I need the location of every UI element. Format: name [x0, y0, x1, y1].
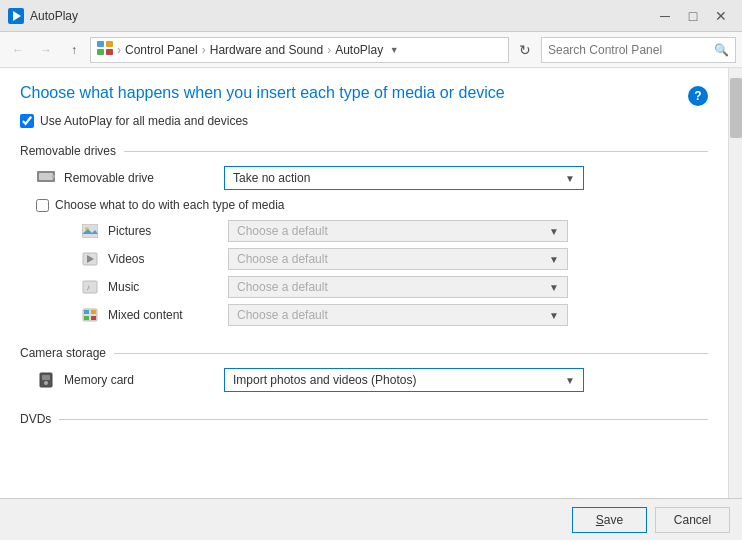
removable-drive-dropdown[interactable]: Take no action ▼ [224, 166, 584, 190]
music-dropdown-arrow: ▼ [549, 282, 559, 293]
videos-dropdown-arrow: ▼ [549, 254, 559, 265]
choose-media-label[interactable]: Choose what to do with each type of medi… [55, 198, 284, 212]
videos-dropdown[interactable]: Choose a default ▼ [228, 248, 568, 270]
memory-card-icon [36, 372, 56, 388]
svg-rect-18 [91, 310, 96, 314]
scrollbar[interactable] [728, 68, 742, 498]
search-box: 🔍 [541, 37, 736, 63]
autoplay-checkbox-row: Use AutoPlay for all media and devices [20, 114, 708, 128]
title-bar: AutoPlay ─ □ ✕ [0, 0, 742, 32]
path-separator-1: › [117, 43, 121, 57]
search-input[interactable] [548, 43, 710, 57]
mixed-content-dropdown-text: Choose a default [237, 308, 549, 322]
save-button[interactable]: Save [572, 507, 647, 533]
removable-drive-dropdown-text: Take no action [233, 171, 565, 185]
svg-rect-2 [97, 41, 104, 47]
autoplay-all-label[interactable]: Use AutoPlay for all media and devices [40, 114, 248, 128]
videos-dropdown-text: Choose a default [237, 252, 549, 266]
pictures-row: Pictures Choose a default ▼ [80, 220, 708, 242]
page-heading: Choose what happens when you insert each… [20, 84, 688, 102]
window-title: AutoPlay [30, 9, 652, 23]
mixed-content-dropdown-arrow: ▼ [549, 310, 559, 321]
forward-button[interactable]: → [34, 38, 58, 62]
videos-row: Videos Choose a default ▼ [80, 248, 708, 270]
pictures-dropdown[interactable]: Choose a default ▼ [228, 220, 568, 242]
memory-card-row: Memory card Import photos and videos (Ph… [20, 368, 708, 392]
memory-card-dropdown-arrow: ▼ [565, 375, 575, 386]
main-content: Choose what happens when you insert each… [0, 68, 742, 498]
app-icon [8, 8, 24, 24]
path-separator-2: › [202, 43, 206, 57]
removable-drive-icon [36, 170, 56, 186]
svg-rect-3 [106, 41, 113, 47]
videos-icon [80, 251, 100, 267]
dvds-title: DVDs [20, 412, 708, 426]
removable-drive-label: Removable drive [64, 171, 224, 185]
up-button[interactable]: ↑ [62, 38, 86, 62]
media-type-checkbox-row: Choose what to do with each type of medi… [20, 198, 708, 212]
mixed-content-label: Mixed content [108, 308, 228, 322]
memory-card-dropdown[interactable]: Import photos and videos (Photos) ▼ [224, 368, 584, 392]
path-autoplay[interactable]: AutoPlay [335, 43, 383, 57]
path-hardware[interactable]: Hardware and Sound [210, 43, 323, 57]
pictures-dropdown-arrow: ▼ [549, 226, 559, 237]
mixed-content-row: Mixed content Choose a default ▼ [80, 304, 708, 326]
camera-storage-section: Camera storage Memory card Import photos… [20, 346, 708, 392]
svg-text:♪: ♪ [86, 283, 90, 292]
music-row: ♪ Music Choose a default ▼ [80, 276, 708, 298]
removable-drives-title: Removable drives [20, 144, 708, 158]
svg-rect-7 [39, 173, 53, 180]
control-panel-icon [97, 41, 113, 58]
pictures-icon [80, 223, 100, 239]
maximize-button[interactable]: □ [680, 3, 706, 29]
music-dropdown-text: Choose a default [237, 280, 549, 294]
help-button[interactable]: ? [688, 86, 708, 106]
svg-rect-17 [84, 310, 89, 314]
videos-label: Videos [108, 252, 228, 266]
cancel-label: Cancel [674, 513, 711, 527]
choose-media-checkbox[interactable] [36, 199, 49, 212]
address-bar: ← → ↑ › Control Panel › Hardware and Sou… [0, 32, 742, 68]
memory-card-dropdown-text: Import photos and videos (Photos) [233, 373, 565, 387]
refresh-button[interactable]: ↻ [513, 38, 537, 62]
mixed-content-dropdown[interactable]: Choose a default ▼ [228, 304, 568, 326]
path-dropdown-button[interactable]: ▼ [387, 43, 401, 57]
music-dropdown[interactable]: Choose a default ▼ [228, 276, 568, 298]
autoplay-all-checkbox[interactable] [20, 114, 34, 128]
svg-point-23 [44, 381, 48, 385]
mixed-content-icon [80, 307, 100, 323]
address-path: › Control Panel › Hardware and Sound › A… [90, 37, 509, 63]
back-button[interactable]: ← [6, 38, 30, 62]
camera-storage-title: Camera storage [20, 346, 708, 360]
window-controls: ─ □ ✕ [652, 3, 734, 29]
svg-rect-8 [52, 175, 55, 178]
cancel-button[interactable]: Cancel [655, 507, 730, 533]
svg-rect-19 [84, 316, 89, 320]
removable-drives-section: Removable drives Removable drive Take no… [20, 144, 708, 326]
memory-card-label: Memory card [64, 373, 224, 387]
music-icon: ♪ [80, 279, 100, 295]
pictures-dropdown-text: Choose a default [237, 224, 549, 238]
close-button[interactable]: ✕ [708, 3, 734, 29]
music-label: Music [108, 280, 228, 294]
svg-rect-5 [106, 49, 113, 55]
bottom-bar: Save Cancel [0, 498, 742, 540]
dvds-section: DVDs [20, 412, 708, 426]
path-separator-3: › [327, 43, 331, 57]
svg-rect-20 [91, 316, 96, 320]
removable-drive-dropdown-arrow: ▼ [565, 173, 575, 184]
removable-drive-row: Removable drive Take no action ▼ [20, 166, 708, 190]
search-icon: 🔍 [714, 43, 729, 57]
scrollbar-thumb[interactable] [730, 78, 742, 138]
svg-rect-22 [42, 375, 50, 380]
svg-rect-4 [97, 49, 104, 55]
media-rows: Pictures Choose a default ▼ Videos [20, 220, 708, 326]
pictures-label: Pictures [108, 224, 228, 238]
content-area: Choose what happens when you insert each… [0, 68, 728, 498]
minimize-button[interactable]: ─ [652, 3, 678, 29]
path-control-panel[interactable]: Control Panel [125, 43, 198, 57]
heading-area: Choose what happens when you insert each… [20, 84, 708, 114]
